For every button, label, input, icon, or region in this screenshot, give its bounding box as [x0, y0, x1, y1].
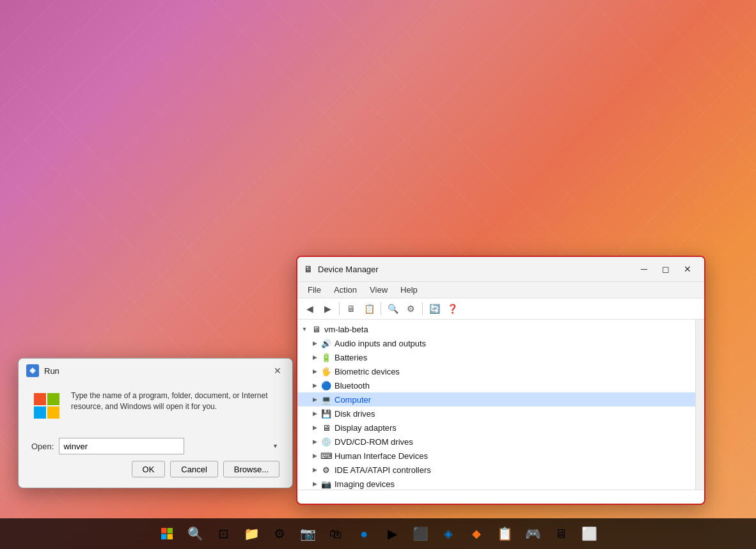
- tree-item-label: IDE ATA/ATAPI controllers: [335, 465, 431, 475]
- tree-node-icon: ⚙: [320, 465, 332, 475]
- tree-item[interactable]: ▶ 🖐 Biometric devices: [297, 364, 695, 378]
- dm-minimize-button[interactable]: ─: [634, 261, 654, 277]
- dm-toolbar-sep3: [422, 302, 423, 315]
- bluetooth-icon: 🔵: [320, 380, 332, 390]
- tree-expand-icon[interactable]: ▶: [310, 353, 319, 362]
- svg-rect-4: [47, 406, 59, 419]
- tree-expand-icon[interactable]: ▶: [310, 465, 319, 474]
- tree-expand-icon[interactable]: ▶: [310, 409, 319, 418]
- tree-item[interactable]: ▶ 🖥 Display adapters: [297, 421, 695, 435]
- tree-bluetooth-item[interactable]: ▶ 🔵 Bluetooth: [297, 378, 695, 392]
- tree-expand-icon[interactable]: ▶: [310, 381, 319, 390]
- taskbar-edge-button[interactable]: ◈: [436, 521, 461, 546]
- run-dropdown-arrow-icon[interactable]: ▼: [272, 443, 278, 449]
- tree-node-icon: 💿: [320, 437, 332, 447]
- tree-node-icon: 🖐: [320, 366, 332, 376]
- dm-tree[interactable]: ▼ 🖥 vm-lab-beta ▶ 🔊 Audio inputs and out…: [297, 320, 695, 490]
- taskbar-remote-button[interactable]: 🖥: [548, 521, 574, 546]
- taskbar-gamepad-button[interactable]: 🎮: [520, 521, 546, 546]
- dm-update-button[interactable]: 🔄: [426, 300, 443, 317]
- run-buttons: OK Cancel Browse...: [19, 454, 292, 488]
- dm-menu-view[interactable]: View: [363, 283, 394, 297]
- tree-item-label: Audio inputs and outputs: [335, 339, 426, 348]
- taskbar-start-button[interactable]: [154, 521, 180, 546]
- svg-rect-3: [34, 406, 46, 419]
- run-input-wrapper: ▼: [59, 438, 280, 454]
- hid-icon: ⌨: [320, 451, 332, 461]
- svg-rect-7: [161, 534, 167, 540]
- dm-toolbar: ◀ ▶ 🖥 📋 🔍 ⚙ 🔄 ❓: [297, 298, 704, 320]
- taskbar-misc-button[interactable]: ⬜: [576, 521, 602, 546]
- tree-expand-icon[interactable]: ▶: [310, 395, 319, 404]
- dm-close-button[interactable]: ✕: [677, 261, 698, 277]
- tree-expand-icon[interactable]: ▶: [310, 479, 319, 488]
- dm-title-left: 🖥 Device Manager: [304, 264, 379, 274]
- dm-properties-button[interactable]: 📋: [361, 300, 377, 317]
- run-title-left: Run: [26, 364, 59, 377]
- dm-device-button[interactable]: ⚙: [402, 300, 419, 317]
- dm-content: ▼ 🖥 vm-lab-beta ▶ 🔊 Audio inputs and out…: [297, 320, 704, 490]
- svg-rect-2: [47, 393, 59, 405]
- run-icon: [26, 364, 39, 377]
- taskbar-fileexplorer-button[interactable]: 📁: [239, 521, 264, 546]
- tree-item[interactable]: ▶ 📷 Imaging devices: [297, 477, 695, 490]
- tree-item[interactable]: ▶ 🔋 Batteries: [297, 350, 695, 364]
- tree-root-expand-icon[interactable]: ▼: [300, 325, 309, 334]
- run-open-row: Open: ▼: [19, 438, 292, 454]
- tree-item-label: Human Interface Devices: [335, 451, 428, 461]
- tree-hid-item[interactable]: ▶ ⌨ Human Interface Devices: [297, 449, 695, 463]
- dm-scrollbar[interactable]: [695, 320, 704, 490]
- taskbar-terminal-button[interactable]: ▶: [379, 521, 405, 546]
- dm-back-button[interactable]: ◀: [301, 300, 318, 317]
- taskbar-search-button[interactable]: 🔍: [182, 521, 208, 546]
- run-cancel-button[interactable]: Cancel: [170, 461, 217, 477]
- tree-expand-icon[interactable]: ▶: [310, 367, 319, 376]
- tree-expand-icon[interactable]: ▶: [310, 437, 319, 446]
- tree-item-label: Display adapters: [335, 423, 397, 433]
- tree-root[interactable]: ▼ 🖥 vm-lab-beta: [297, 322, 695, 336]
- tree-expand-icon[interactable]: ▶: [310, 423, 319, 432]
- taskbar-taskview-button[interactable]: ⊡: [210, 521, 236, 546]
- taskbar-store-button[interactable]: 🛍: [323, 521, 349, 546]
- tree-root-label: vm-lab-beta: [324, 325, 368, 334]
- taskbar-apps-button[interactable]: ⬛: [407, 521, 433, 546]
- run-open-input[interactable]: [59, 438, 184, 454]
- taskbar-notepad-button[interactable]: 📋: [492, 521, 517, 546]
- taskbar-browser-button[interactable]: ●: [351, 521, 377, 546]
- taskbar-edge-dev-button[interactable]: ◆: [464, 521, 489, 546]
- tree-computer-item[interactable]: ▶ 💻 Computer: [297, 392, 695, 406]
- taskbar-settings-button[interactable]: ⚙: [267, 521, 292, 546]
- run-title-text: Run: [44, 366, 59, 376]
- tree-item[interactable]: ▶ ⚙ IDE ATA/ATAPI controllers: [297, 463, 695, 477]
- run-close-button[interactable]: ✕: [271, 364, 285, 378]
- tree-item[interactable]: ▶ 💿 DVD/CD-ROM drives: [297, 435, 695, 449]
- tree-item-label: Computer: [335, 395, 371, 405]
- tree-expand-icon[interactable]: ▶: [310, 339, 319, 348]
- dm-menu-help[interactable]: Help: [394, 283, 424, 297]
- dm-refresh-button[interactable]: 🖥: [343, 300, 359, 317]
- run-browse-button[interactable]: Browse...: [223, 461, 280, 477]
- dm-maximize-button[interactable]: ◻: [656, 261, 676, 277]
- svg-rect-5: [161, 528, 167, 534]
- svg-rect-8: [168, 534, 173, 540]
- dm-toolbar-sep2: [381, 302, 381, 315]
- run-body: Type the name of a program, folder, docu…: [19, 383, 292, 431]
- tree-root-icon: 🖥: [310, 324, 322, 334]
- tree-item[interactable]: ▶ 🔊 Audio inputs and outputs: [297, 336, 695, 350]
- dm-help-button[interactable]: ❓: [444, 300, 461, 317]
- dm-menubar: File Action View Help: [297, 282, 704, 298]
- tree-node-icon: 📷: [320, 479, 332, 489]
- tree-expand-icon[interactable]: ▶: [310, 451, 319, 460]
- taskbar-camera-button[interactable]: 📷: [295, 521, 320, 546]
- run-ok-button[interactable]: OK: [132, 461, 166, 477]
- device-manager-icon: 🖥: [304, 264, 313, 274]
- dm-forward-button[interactable]: ▶: [319, 300, 336, 317]
- tree-node-icon: 🖥: [320, 422, 332, 433]
- tree-node-icon: 💾: [320, 408, 332, 419]
- dm-menu-action[interactable]: Action: [327, 283, 363, 297]
- dm-toolbar-sep1: [339, 302, 340, 315]
- dm-scan-button[interactable]: 🔍: [384, 300, 401, 317]
- dm-menu-file[interactable]: File: [301, 283, 327, 297]
- tree-item[interactable]: ▶ 💾 Disk drives: [297, 406, 695, 421]
- run-titlebar: Run ✕: [19, 359, 292, 383]
